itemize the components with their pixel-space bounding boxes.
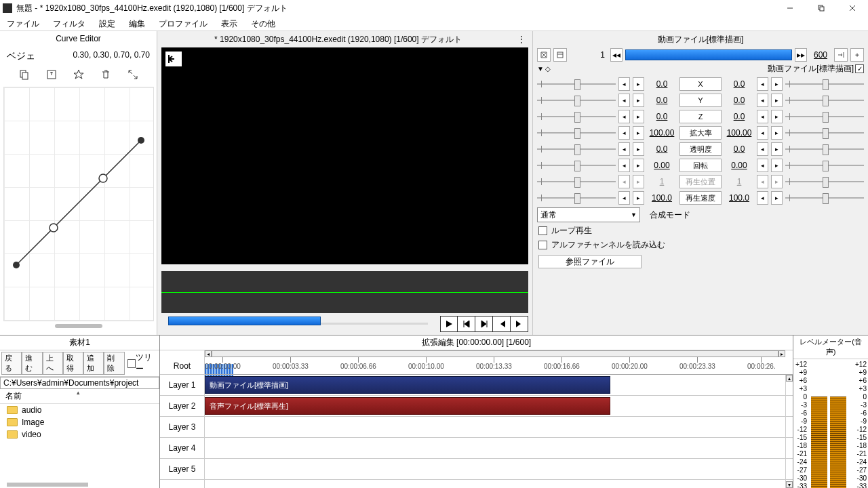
spin-l-inc-6[interactable]: ▸ [633,175,644,188]
trash-icon[interactable] [99,68,113,81]
close-button[interactable] [837,0,868,16]
prop-label-7[interactable]: 再生速度 [679,191,722,205]
slider-right-1[interactable] [785,94,864,106]
val-left-0[interactable]: 0.0 [647,79,677,89]
tl-scroll-thumb[interactable] [212,350,778,357]
step-back-button[interactable] [458,316,475,332]
spin-r-dec-0[interactable]: ◂ [757,77,768,91]
assets-back[interactable]: 戻る [1,352,22,375]
asset-folder-image[interactable]: Image [0,416,159,428]
menu-profile[interactable]: プロファイル [152,16,214,31]
goto-start-button[interactable] [493,316,511,332]
tl-scroll-left[interactable]: ◂ [205,350,212,357]
menu-settings[interactable]: 設定 [92,16,122,31]
preview-viewport[interactable] [161,47,528,264]
assets-up[interactable]: 上へ [43,352,63,375]
menu-other[interactable]: その他 [244,16,282,31]
spin-l-inc-0[interactable]: ▸ [633,77,644,91]
clip-video[interactable]: 動画ファイル[標準描画] [205,376,610,394]
preview-tab[interactable]: * 1920x1080_30fps_44100Hz.exedit (1920,1… [161,34,515,45]
asset-folder-audio[interactable]: audio [0,404,159,416]
val-right-2[interactable]: 0.0 [724,112,754,121]
timeline-ruler[interactable]: 00:00:00.0000:00:03.3300:00:06.6600:00:1… [205,357,793,375]
val-right-0[interactable]: 0.0 [724,79,754,89]
asset-folder-video[interactable]: video [0,428,159,441]
preview-menu-icon[interactable]: ⋮ [515,35,528,44]
spin-r-dec-6[interactable]: ◂ [757,175,768,188]
curve-scrollbar[interactable] [55,324,102,328]
spin-l-dec-4[interactable]: ◂ [618,142,630,156]
prop-label-2[interactable]: Z [679,110,722,123]
layer-1[interactable]: Layer 1 [160,375,204,396]
slider-right-5[interactable] [785,159,864,171]
val-right-7[interactable]: 100.0 [724,193,754,203]
val-left-6[interactable]: 1 [647,177,677,186]
layer-3[interactable]: Layer 3 [160,417,204,438]
slider-right-7[interactable] [785,192,864,204]
star-icon[interactable] [72,68,85,81]
tl-vscroll-down[interactable]: ▾ [786,481,793,488]
frame-slider[interactable] [625,49,792,60]
props-btn-c[interactable] [834,48,848,62]
props-btn-add[interactable]: ＋ [850,48,864,62]
seek-slider[interactable] [161,320,435,328]
safe-area-icon[interactable] [165,52,182,66]
layer-4[interactable]: Layer 4 [160,438,204,459]
expand-icon[interactable] [126,68,140,81]
spin-l-dec-5[interactable]: ◂ [618,159,630,172]
slider-left-3[interactable] [537,127,616,139]
prop-label-0[interactable]: X [679,77,722,91]
assets-del[interactable]: 削除 [104,352,124,375]
audio-waveform[interactable] [161,271,528,313]
spin-r-inc-1[interactable]: ▸ [771,94,783,107]
assets-path-input[interactable] [0,377,159,389]
spin-r-dec-7[interactable]: ◂ [757,191,768,205]
spin-l-dec-3[interactable]: ◂ [618,126,630,140]
prop-label-4[interactable]: 透明度 [679,142,722,156]
val-right-5[interactable]: 0.00 [724,161,754,170]
val-left-3[interactable]: 100.00 [647,128,677,138]
loop-checkbox[interactable] [538,226,547,235]
slider-left-6[interactable] [537,176,616,188]
val-right-1[interactable]: 0.0 [724,96,754,105]
val-left-7[interactable]: 100.0 [647,193,677,203]
menu-edit[interactable]: 編集 [122,16,152,31]
spin-l-dec-7[interactable]: ◂ [618,191,630,205]
prop-label-1[interactable]: Y [679,94,722,107]
tl-vscroll-up[interactable]: ▴ [786,375,793,382]
val-left-2[interactable]: 0.0 [647,112,677,121]
slider-left-4[interactable] [537,143,616,155]
assets-fwd[interactable]: 進む [22,352,42,375]
copy-icon[interactable] [18,68,31,81]
prop-label-6[interactable]: 再生位置 [679,175,722,188]
export-icon[interactable] [45,68,58,81]
val-right-4[interactable]: 0.0 [724,144,754,154]
play-button[interactable] [440,316,458,332]
slider-right-2[interactable] [785,110,864,123]
slider-right-3[interactable] [785,127,864,139]
maximize-button[interactable] [806,0,837,16]
props-btn-b[interactable] [553,48,567,62]
enable-checkbox[interactable] [855,64,864,73]
spin-l-dec-2[interactable]: ◂ [618,110,630,123]
spin-l-inc-1[interactable]: ▸ [633,94,644,107]
slider-right-4[interactable] [785,143,864,155]
slider-right-0[interactable] [785,78,864,90]
timeline-root[interactable]: Root [160,357,204,375]
spin-r-dec-1[interactable]: ◂ [757,94,768,107]
clip-audio[interactable]: 音声ファイル[標準再生] [205,397,610,415]
tl-scroll-right[interactable]: ▸ [778,350,785,357]
pin-icon[interactable]: ◇ [545,65,551,73]
spin-r-inc-2[interactable]: ▸ [771,110,783,123]
menu-filter[interactable]: フィルタ [46,16,92,31]
frame-next[interactable]: ▸▸ [795,48,807,62]
slider-left-0[interactable] [537,78,616,90]
step-fwd-button[interactable] [475,316,493,332]
spin-l-inc-5[interactable]: ▸ [633,159,644,172]
assets-get[interactable]: 取得 [63,352,83,375]
val-left-4[interactable]: 0.0 [647,144,677,154]
prop-label-3[interactable]: 拡大率 [679,126,722,140]
layer-2[interactable]: Layer 2 [160,396,204,417]
alpha-checkbox[interactable] [538,241,547,249]
browse-file-button[interactable]: 参照ファイル [538,255,642,268]
